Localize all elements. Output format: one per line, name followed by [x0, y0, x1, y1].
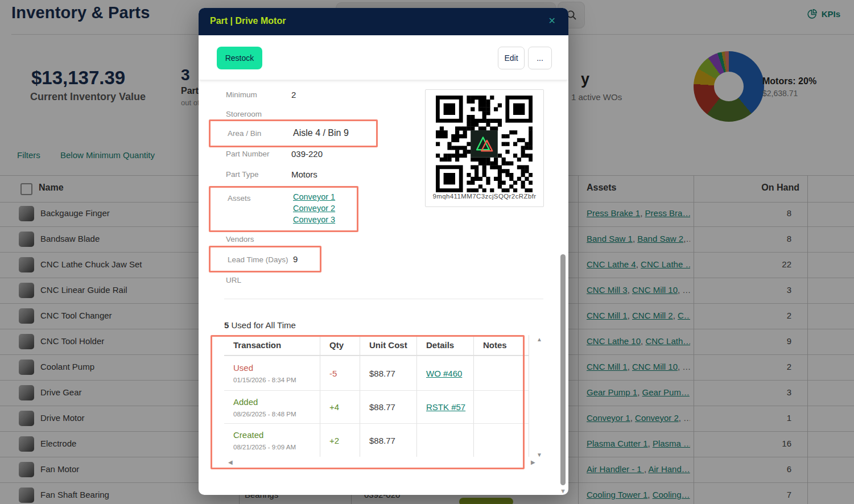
tx-qty: +4 — [329, 402, 360, 412]
asset-link[interactable]: Conveyor 2 — [293, 203, 335, 214]
modal-title: Part | Drive Motor — [210, 16, 286, 26]
field-label: Area / Bin — [228, 129, 261, 138]
edit-button[interactable]: Edit — [498, 47, 525, 69]
field-links: Conveyor 1Conveyor 2Conveyor 3 — [293, 191, 335, 225]
field-highlight-box: Area / BinAisle 4 / Bin 9 — [209, 119, 378, 147]
field-value: 039-220 — [291, 149, 323, 159]
restock-button[interactable]: Restock — [217, 47, 262, 69]
tx-qty: -5 — [329, 369, 360, 378]
tx-table: TransactionQtyUnit CostDetailsNotesUsed0… — [224, 335, 529, 457]
tx-column-header: Unit Cost — [360, 335, 417, 356]
tx-column-header: Transaction — [224, 335, 320, 356]
field-label: Part Number — [226, 150, 270, 158]
field-label: Assets — [228, 194, 251, 203]
tx-type: Created — [233, 430, 320, 440]
field-label: Part Type — [226, 170, 259, 179]
tx-scroll-right-icon[interactable]: ▶ — [531, 460, 535, 465]
field-value: Motors — [291, 170, 317, 179]
close-icon[interactable]: ✕ — [548, 15, 556, 26]
usage-text: Used for All Time — [229, 320, 296, 330]
modal-header: Part | Drive Motor ✕ — [199, 8, 568, 35]
tx-notes-cell — [474, 390, 529, 423]
field-label: URL — [226, 276, 241, 284]
tx-column-header: Qty — [320, 335, 360, 356]
tx-date: 01/15/2026 - 8:34 PM — [233, 377, 320, 383]
qr-code-image — [436, 96, 533, 192]
tx-date: 08/26/2025 - 8:48 PM — [233, 411, 320, 418]
qr-code-card: 9mqh411MM7C3zcjSQQr2cRZbfr — [425, 89, 544, 207]
field-value: Aisle 4 / Bin 9 — [293, 128, 349, 138]
section-divider — [224, 299, 543, 299]
tx-details-cell: WO #460 — [417, 356, 474, 390]
tx-unit-cost-cell: $88.77 — [360, 356, 417, 390]
tx-details-link[interactable]: WO #460 — [426, 369, 473, 378]
tx-transaction-cell: Created08/21/2025 - 9:09 AM — [224, 423, 320, 457]
modal-scrollbar[interactable] — [560, 254, 566, 485]
tx-scroll-down-icon[interactable]: ▼ — [537, 452, 542, 458]
tx-notes-cell — [474, 356, 529, 390]
qr-code-caption: 9mqh411MM7C3zcjSQQr2cRZbfr — [426, 193, 543, 200]
tx-qty-cell: -5 — [320, 356, 360, 390]
field-value: 2 — [291, 90, 296, 100]
field-label: Lead Time (Days) — [228, 255, 288, 264]
tx-column-header: Details — [417, 335, 474, 356]
more-options-button[interactable]: ... — [528, 47, 552, 69]
tx-column-header: Notes — [474, 335, 529, 356]
asset-link[interactable]: Conveyor 3 — [293, 214, 335, 225]
part-detail-modal: Part | Drive Motor ✕ Restock Edit ... Mi… — [199, 8, 568, 495]
field-label: Vendors — [226, 235, 254, 243]
modal-action-bar: Restock Edit ... — [199, 35, 568, 80]
tx-unit-cost-cell: $88.77 — [360, 423, 417, 457]
modal-scroll-down-icon[interactable]: ▼ — [560, 488, 566, 494]
tx-notes-cell — [474, 423, 529, 457]
field-highlight-box: AssetsConveyor 1Conveyor 2Conveyor 3 — [209, 186, 358, 232]
tx-transaction-cell: Added08/26/2025 - 8:48 PM — [224, 390, 320, 423]
tx-unit-cost: $88.77 — [369, 369, 416, 378]
tx-qty: +2 — [329, 436, 360, 445]
field-label: Minimum — [226, 90, 257, 99]
tx-unit-cost: $88.77 — [369, 436, 416, 445]
asset-link[interactable]: Conveyor 1 — [293, 191, 335, 203]
tx-scroll-left-icon[interactable]: ◀ — [228, 460, 233, 465]
field-highlight-box: Lead Time (Days)9 — [209, 246, 321, 272]
field-value: 9 — [293, 254, 298, 264]
inventory-and-parts-page: Inventory & Parts KPIs $13,137.39 Curren… — [0, 0, 854, 504]
tx-type: Added — [233, 397, 320, 407]
tx-unit-cost-cell: $88.77 — [360, 390, 417, 423]
tx-scroll-up-icon[interactable]: ▲ — [537, 337, 542, 342]
tx-unit-cost: $88.77 — [369, 402, 416, 412]
tx-date: 08/21/2025 - 9:09 AM — [233, 444, 320, 451]
tx-qty-cell: +4 — [320, 390, 360, 423]
tx-details-cell: RSTK #57 — [417, 390, 474, 423]
usage-summary: 5 Used for All Time — [224, 320, 296, 330]
tx-type: Used — [233, 363, 320, 373]
tx-details-link[interactable]: RSTK #57 — [426, 402, 473, 412]
tx-qty-cell: +2 — [320, 423, 360, 457]
field-label: Storeroom — [226, 110, 262, 118]
tx-details-cell — [417, 423, 474, 457]
tx-transaction-cell: Used01/15/2026 - 8:34 PM — [224, 356, 320, 390]
